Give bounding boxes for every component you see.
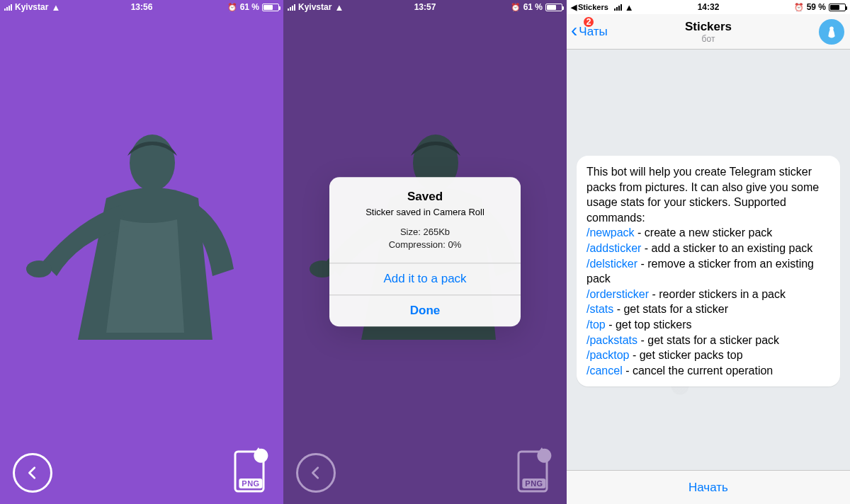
command-desc: - reorder stickers in a pack	[649, 288, 786, 300]
alert-done-button[interactable]: Done	[329, 295, 521, 327]
breadcrumb-label: Stickers	[578, 3, 608, 11]
signal-icon	[614, 4, 622, 11]
sticker-bot-icon	[822, 22, 842, 42]
command-desc: - get stats for a sticker pack	[638, 334, 779, 346]
command-link[interactable]: /newpack	[586, 227, 635, 239]
battery-fill	[264, 5, 273, 10]
sticker-preview-image	[0, 120, 283, 340]
chevron-left-icon	[308, 465, 324, 481]
battery-icon	[829, 4, 846, 11]
command-desc: - create a new sticker pack	[635, 227, 773, 239]
wifi-icon: ▲	[51, 3, 60, 12]
command-line: /packtop - get sticker packs top	[586, 349, 743, 361]
command-link[interactable]: /cancel	[586, 365, 623, 377]
chat-subtitle: бот	[685, 34, 732, 44]
command-desc: - get sticker packs top	[629, 349, 742, 361]
start-button[interactable]: Начать	[567, 470, 850, 504]
export-png-button[interactable]: PNG	[514, 447, 554, 493]
chat-title-wrap[interactable]: Stickers бот	[685, 20, 732, 44]
back-button[interactable]	[13, 453, 52, 493]
command-line: /addsticker - add a sticker to an existi…	[586, 242, 812, 254]
alert-compression: Compression: 0%	[341, 239, 509, 252]
saved-alert: Saved Sticker saved in Camera Roll Size:…	[329, 177, 521, 326]
alert-size: Size: 265Kb	[341, 226, 509, 239]
command-line: /stats - get stats for a sticker	[586, 303, 728, 315]
app-breadcrumb[interactable]: ◀ Stickers	[571, 3, 608, 12]
back-button[interactable]	[296, 453, 336, 493]
command-link[interactable]: /packstats	[586, 334, 638, 346]
status-time: 13:57	[414, 2, 436, 12]
command-line: /top - get top stickers	[586, 319, 692, 331]
alarm-icon: ⏰	[794, 3, 804, 12]
bot-message-bubble: This bot will help you create Telegram s…	[577, 156, 840, 386]
status-time: 14:32	[698, 2, 720, 12]
png-label: PNG	[239, 479, 262, 488]
bot-avatar[interactable]	[819, 19, 844, 45]
command-line: /ordersticker - reorder stickers in a pa…	[586, 288, 786, 300]
export-png-button[interactable]: PNG	[231, 447, 271, 493]
alert-message: Sticker saved in Camera Roll	[341, 207, 509, 217]
svg-point-1	[26, 260, 52, 277]
wifi-icon: ▲	[334, 3, 344, 12]
command-desc: - add a sticker to an existing pack	[641, 242, 812, 254]
battery-fill	[547, 5, 556, 10]
message-intro: This bot will help you create Telegram s…	[586, 166, 819, 224]
carrier-label: Kyivstar	[298, 2, 332, 12]
nav-back-label: Чаты	[579, 25, 607, 39]
chat-scroll-area[interactable]: This bot will help you create Telegram s…	[567, 50, 850, 470]
alert-add-to-pack-button[interactable]: Add it to a pack	[329, 263, 521, 295]
command-link[interactable]: /packtop	[586, 349, 629, 361]
bottom-toolbar: PNG	[0, 447, 283, 493]
sticker-editor-panel-saved: Kyivstar ▲ 13:57 ⏰ 61 %	[283, 0, 567, 504]
command-line: /newpack - create a new sticker pack	[586, 227, 772, 239]
command-desc: - get top stickers	[606, 319, 692, 331]
status-bar: ◀ Stickers ▲ 14:32 ⏰ 59 %	[567, 0, 850, 14]
chevron-left-icon: ◀	[571, 3, 577, 12]
command-link[interactable]: /top	[586, 319, 606, 331]
alarm-icon: ⏰	[511, 3, 521, 12]
battery-icon	[545, 4, 562, 11]
command-link[interactable]: /ordersticker	[586, 288, 649, 300]
command-line: /delsticker - remove a sticker from an e…	[586, 258, 814, 285]
battery-pct: 61 %	[240, 2, 259, 12]
signal-icon	[4, 4, 12, 11]
svg-point-5	[829, 26, 833, 30]
command-link[interactable]: /addsticker	[586, 242, 641, 254]
command-link[interactable]: /delsticker	[586, 258, 638, 270]
nav-back-button[interactable]: ‹ Чаты 2	[571, 14, 608, 49]
status-time: 13:56	[131, 2, 153, 12]
bottom-toolbar: PNG	[283, 447, 567, 493]
battery-pct: 61 %	[523, 2, 543, 12]
chevron-left-icon: ‹	[571, 21, 577, 40]
unread-badge: 2	[582, 16, 595, 28]
chat-nav-bar: ‹ Чаты 2 Stickers бот	[567, 14, 850, 50]
command-desc: - cancel the current operation	[623, 365, 774, 377]
battery-fill	[830, 5, 839, 10]
battery-pct: 59 %	[807, 2, 826, 12]
png-label: PNG	[522, 479, 545, 488]
telegram-panel: ◀ Stickers ▲ 14:32 ⏰ 59 % ‹ Чаты 2 Stick…	[567, 0, 850, 504]
status-bar: Kyivstar ▲ 13:56 ⏰ 61 %	[0, 0, 283, 14]
wifi-icon: ▲	[625, 3, 634, 12]
command-line: /packstats - get stats for a sticker pac…	[586, 334, 779, 346]
command-link[interactable]: /stats	[586, 303, 613, 315]
chevron-left-icon	[25, 465, 40, 481]
command-desc: - get stats for a sticker	[613, 303, 728, 315]
battery-icon	[262, 4, 279, 11]
status-bar: Kyivstar ▲ 13:57 ⏰ 61 %	[283, 0, 567, 14]
alert-title: Saved	[341, 190, 509, 204]
sticker-editor-panel: Kyivstar ▲ 13:56 ⏰ 61 %	[0, 0, 283, 504]
alarm-icon: ⏰	[227, 3, 237, 12]
signal-icon	[288, 4, 295, 11]
carrier-label: Kyivstar	[15, 2, 48, 12]
chat-title: Stickers	[685, 20, 732, 34]
command-line: /cancel - cancel the current operation	[586, 365, 773, 377]
